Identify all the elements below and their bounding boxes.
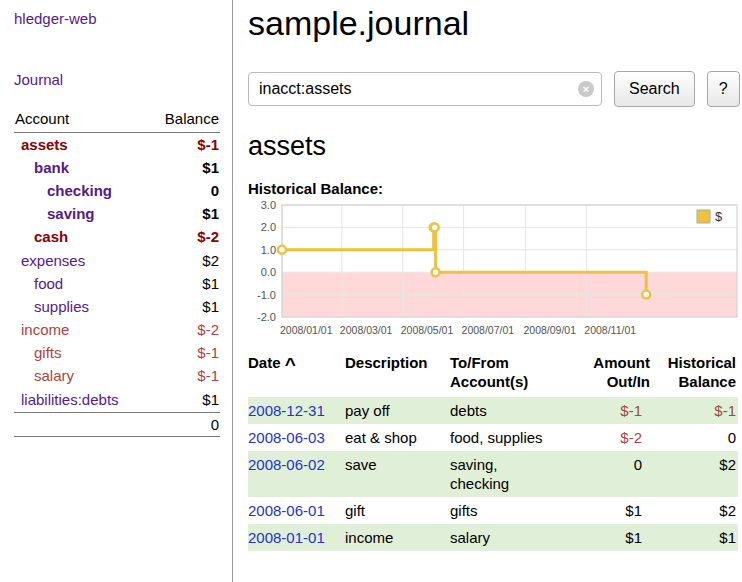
- sidebar: hledger-web Journal Account Balance asse…: [0, 0, 233, 582]
- balance-header-line2: Balance: [678, 373, 736, 390]
- register-row: 2008-06-03eat & shopfood, supplies$-20: [248, 424, 738, 451]
- accounts-table: Account Balance assets$-1bank$1checking0…: [14, 110, 220, 437]
- transaction-date-link[interactable]: 2008-06-01: [248, 502, 325, 519]
- account-link[interactable]: liabilities:debts: [15, 391, 119, 409]
- register-table: Date ^ Description To/From Account(s) Am…: [248, 351, 738, 551]
- y-tick-label: -2.0: [257, 311, 276, 323]
- account-balance: $1: [202, 275, 219, 293]
- data-point-marker: [642, 291, 650, 299]
- column-header-tofrom: To/From Account(s): [450, 351, 562, 397]
- search-input[interactable]: [248, 72, 602, 106]
- main-content: sample.journal × Search ? assets Histori…: [248, 0, 742, 551]
- column-header-balance: Historical Balance: [650, 351, 738, 397]
- account-balance: $1: [202, 391, 219, 409]
- accounts-total-row: 0: [14, 412, 220, 437]
- account-row: expenses$2: [14, 249, 220, 272]
- account-balance: $-2: [197, 321, 219, 339]
- transaction-date-link[interactable]: 2008-06-02: [248, 456, 325, 473]
- accounts-cell: saving, checking: [450, 451, 562, 497]
- x-tick-label: 2008/05/01: [401, 324, 454, 336]
- data-point-marker: [431, 223, 439, 231]
- column-header-date[interactable]: Date ^: [248, 351, 345, 397]
- amount-cell: $1: [562, 524, 650, 551]
- tofrom-header-line1: To/From: [450, 354, 509, 371]
- account-balance: $-1: [197, 367, 219, 385]
- balance-cell: $1: [650, 524, 738, 551]
- transaction-date-link[interactable]: 2008-12-31: [248, 402, 325, 419]
- account-link[interactable]: supplies: [15, 298, 89, 316]
- accounts-total-value: 0: [211, 416, 219, 433]
- account-row: liabilities:debts$1: [14, 388, 220, 411]
- help-button[interactable]: ?: [707, 71, 740, 107]
- clear-search-icon[interactable]: ×: [578, 81, 594, 97]
- register-body: 2008-12-31pay offdebts$-1$-12008-06-03ea…: [248, 397, 738, 551]
- register-row: 2008-06-01giftgifts$1$2: [248, 497, 738, 524]
- account-balance: $1: [202, 205, 219, 223]
- app-title-link[interactable]: hledger-web: [14, 10, 220, 27]
- account-link[interactable]: salary: [15, 367, 74, 385]
- account-row: gifts$-1: [14, 342, 220, 365]
- y-tick-label: -1.0: [257, 289, 276, 301]
- account-row: salary$-1: [14, 365, 220, 388]
- balance-cell: 0: [650, 424, 738, 451]
- account-link[interactable]: assets: [15, 136, 68, 154]
- register-row: 2008-01-01incomesalary$1$1: [248, 524, 738, 551]
- account-row: income$-2: [14, 319, 220, 342]
- sidebar-item-journal[interactable]: Journal: [14, 71, 220, 88]
- y-tick-label: 0.0: [261, 266, 276, 278]
- amount-header-line1: Amount: [593, 354, 650, 371]
- account-row: saving$1: [14, 203, 220, 226]
- account-balance: $-1: [197, 344, 219, 362]
- historical-balance-chart: 3.02.01.00.0-1.0-2.02008/01/012008/03/01…: [248, 201, 740, 341]
- account-link[interactable]: saving: [15, 205, 95, 223]
- account-row: assets$-1: [14, 133, 220, 156]
- account-link[interactable]: expenses: [15, 252, 85, 270]
- accounts-cell: gifts: [450, 497, 562, 524]
- account-heading: assets: [248, 131, 742, 162]
- accounts-header-balance: Balance: [165, 110, 219, 127]
- x-tick-label: 2008/01/01: [280, 324, 333, 336]
- accounts-cell: debts: [450, 397, 562, 424]
- account-link[interactable]: food: [15, 275, 63, 293]
- account-balance: $2: [202, 252, 219, 270]
- account-link[interactable]: checking: [15, 182, 112, 200]
- account-link[interactable]: cash: [15, 228, 68, 246]
- description-cell: gift: [345, 497, 450, 524]
- y-tick-label: 3.0: [261, 201, 276, 211]
- transaction-date-link[interactable]: 2008-06-03: [248, 429, 325, 446]
- account-balance: 0: [211, 182, 219, 200]
- search-form: × Search ?: [248, 71, 742, 107]
- search-button[interactable]: Search: [614, 71, 695, 107]
- balance-cell: $2: [650, 497, 738, 524]
- account-balance: $1: [202, 159, 219, 177]
- account-link[interactable]: bank: [15, 159, 69, 177]
- x-tick-label: 2008/09/01: [523, 324, 576, 336]
- tofrom-header-line2: Account(s): [450, 373, 528, 390]
- x-tick-label: 2008/07/01: [462, 324, 515, 336]
- balance-cell: $-1: [650, 397, 738, 424]
- register-header-row: Date ^ Description To/From Account(s) Am…: [248, 351, 738, 397]
- amount-header-line2: Out/In: [607, 373, 650, 390]
- amount-cell: $1: [562, 497, 650, 524]
- account-row: bank$1: [14, 156, 220, 179]
- balance-cell: $2: [650, 451, 738, 497]
- page-title: sample.journal: [248, 4, 742, 43]
- x-tick-label: 2008/03/01: [340, 324, 393, 336]
- register-row: 2008-06-02savesaving, checking0$2: [248, 451, 738, 497]
- y-tick-label: 2.0: [261, 221, 276, 233]
- account-balance: $-1: [197, 136, 219, 154]
- amount-cell: 0: [562, 451, 650, 497]
- account-row: cash$-2: [14, 226, 220, 249]
- column-header-description: Description: [345, 351, 450, 397]
- description-cell: save: [345, 451, 450, 497]
- account-link[interactable]: income: [15, 321, 69, 339]
- y-tick-label: 1.0: [261, 244, 276, 256]
- account-link[interactable]: gifts: [15, 344, 62, 362]
- sort-ascending-icon: ^: [285, 354, 296, 375]
- legend-label: $: [715, 209, 723, 224]
- account-row: checking0: [14, 179, 220, 202]
- description-cell: pay off: [345, 397, 450, 424]
- legend-swatch: [697, 210, 710, 223]
- transaction-date-link[interactable]: 2008-01-01: [248, 529, 325, 546]
- account-row: food$1: [14, 272, 220, 295]
